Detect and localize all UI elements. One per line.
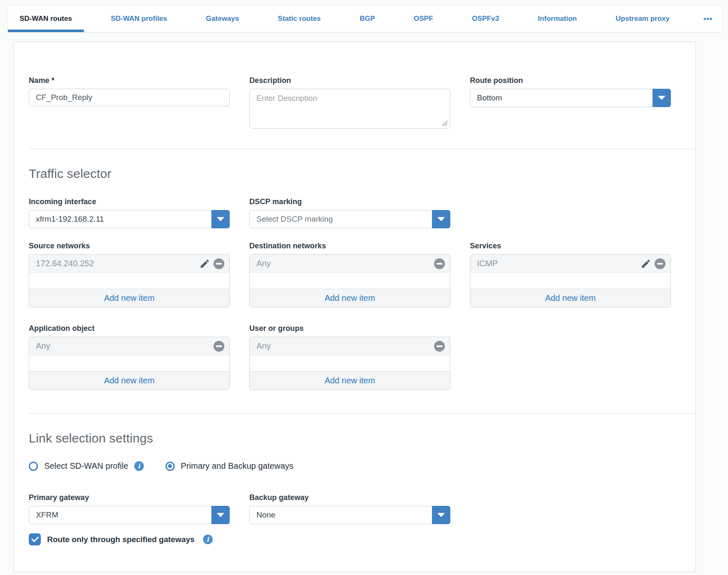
- remove-icon[interactable]: [655, 258, 665, 269]
- resize-grip-icon[interactable]: [442, 120, 448, 126]
- sdwan-route-editor-page: SD-WAN routes SD-WAN profiles Gateways S…: [0, 5, 728, 575]
- user-or-groups-listbox: Any Add new item: [249, 337, 450, 390]
- backup-gateway-dropdown[interactable]: None: [249, 506, 450, 524]
- primary-backup-gateways-option[interactable]: Primary and Backup gateways: [166, 461, 294, 471]
- tab-bgp[interactable]: BGP: [348, 5, 387, 32]
- services-listbox: ICMP Add new item: [470, 254, 671, 308]
- chevron-down-icon[interactable]: [432, 210, 450, 228]
- route-only-checkbox-label: Route only through specified gateways: [47, 535, 195, 544]
- add-new-item-button[interactable]: Add new item: [29, 371, 229, 390]
- remove-icon[interactable]: [434, 341, 445, 352]
- link-selection-radio-group: Select SD-WAN profile i Primary and Back…: [29, 461, 695, 471]
- listbox-empty-area: [29, 273, 229, 289]
- radio-selected-icon[interactable]: [166, 462, 175, 471]
- tab-bar: SD-WAN routes SD-WAN profiles Gateways S…: [8, 5, 723, 32]
- dscp-marking-field: DSCP marking Select DSCP marking: [249, 198, 450, 228]
- primary-gateway-value: XFRM: [36, 510, 58, 520]
- listbox-empty-area: [250, 273, 450, 289]
- tab-sdwan-routes[interactable]: SD-WAN routes: [8, 5, 84, 32]
- application-object-listbox: Any Add new item: [29, 337, 230, 390]
- application-object-label: Application object: [29, 324, 230, 333]
- remove-icon[interactable]: [213, 258, 224, 269]
- section-divider: [29, 413, 695, 414]
- source-networks-label: Source networks: [29, 242, 230, 250]
- route-only-row: Route only through specified gateways i: [29, 533, 695, 545]
- radio-unselected-icon[interactable]: [29, 462, 38, 471]
- chevron-down-icon[interactable]: [432, 506, 450, 524]
- source-networks-listbox: 172.64.240.252 Add new item: [29, 254, 230, 308]
- tab-static-routes[interactable]: Static routes: [266, 5, 332, 32]
- services-label: Services: [470, 242, 671, 250]
- name-label: Name *: [29, 76, 230, 85]
- application-object-field: Application object Any Add new item: [29, 324, 230, 390]
- general-fields-row: Name * Description Route position Bottom: [29, 76, 671, 130]
- more-tabs-button[interactable]: •••: [697, 5, 723, 32]
- list-item: 172.64.240.252: [29, 255, 229, 273]
- destination-networks-label: Destination networks: [249, 242, 450, 250]
- list-item: Any: [29, 337, 229, 355]
- route-only-checkbox[interactable]: [29, 533, 41, 545]
- traffic-selector-heading: Traffic selector: [29, 167, 695, 181]
- route-position-label: Route position: [470, 76, 671, 85]
- list-item-text: Any: [36, 341, 213, 351]
- tab-ospfv3[interactable]: OSPFv3: [460, 5, 511, 32]
- backup-gateway-label: Backup gateway: [249, 493, 450, 502]
- list-item: Any: [250, 337, 450, 355]
- incoming-interface-field: Incoming interface xfrm1-192.168.2.11: [29, 198, 230, 228]
- remove-icon[interactable]: [434, 258, 445, 269]
- link-selection-settings-heading: Link selection settings: [29, 431, 695, 445]
- route-position-value: Bottom: [477, 93, 502, 102]
- chevron-down-icon[interactable]: [211, 210, 230, 228]
- route-position-field: Route position Bottom: [470, 76, 671, 107]
- incoming-interface-dropdown[interactable]: xfrm1-192.168.2.11: [29, 210, 230, 228]
- networks-services-row: Source networks 172.64.240.252 Add new i…: [29, 242, 671, 308]
- info-icon[interactable]: i: [134, 461, 144, 471]
- destination-networks-field: Destination networks Any Add new item: [249, 242, 450, 308]
- incoming-interface-label: Incoming interface: [29, 198, 230, 206]
- description-field: Description: [249, 76, 450, 130]
- description-textarea[interactable]: [249, 89, 450, 129]
- tab-upstream-proxy[interactable]: Upstream proxy: [604, 5, 681, 32]
- backup-gateway-field: Backup gateway None: [249, 493, 450, 524]
- name-input[interactable]: [29, 89, 230, 106]
- info-icon[interactable]: i: [203, 535, 213, 544]
- dscp-marking-label: DSCP marking: [249, 198, 450, 206]
- primary-gateway-dropdown[interactable]: XFRM: [29, 506, 230, 524]
- backup-gateway-value: None: [256, 510, 275, 520]
- list-item-text: Any: [256, 341, 434, 351]
- dscp-marking-dropdown[interactable]: Select DSCP marking: [249, 210, 450, 228]
- list-item: ICMP: [470, 255, 670, 273]
- gateways-row: Primary gateway XFRM Backup gateway None: [29, 493, 671, 524]
- route-form-card: Name * Description Route position Bottom: [13, 42, 696, 572]
- primary-gateway-label: Primary gateway: [29, 493, 230, 502]
- tab-ospf[interactable]: OSPF: [402, 5, 444, 32]
- chevron-down-icon[interactable]: [653, 89, 671, 107]
- list-item: Any: [250, 255, 450, 273]
- add-new-item-button[interactable]: Add new item: [470, 289, 670, 307]
- listbox-empty-area: [470, 273, 670, 289]
- edit-icon[interactable]: [640, 258, 651, 269]
- list-item-text: ICMP: [477, 259, 640, 268]
- primary-gateway-field: Primary gateway XFRM: [29, 493, 230, 524]
- services-field: Services ICMP Add new item: [470, 242, 671, 308]
- source-networks-field: Source networks 172.64.240.252 Add new i…: [29, 242, 230, 308]
- tab-information[interactable]: Information: [526, 5, 589, 32]
- user-or-groups-field: User or groups Any Add new item: [249, 324, 450, 390]
- add-new-item-button[interactable]: Add new item: [250, 289, 450, 307]
- remove-icon[interactable]: [213, 341, 224, 352]
- listbox-empty-area: [250, 355, 450, 371]
- tab-sdwan-profiles[interactable]: SD-WAN profiles: [99, 5, 179, 32]
- interface-dscp-row: Incoming interface xfrm1-192.168.2.11 DS…: [29, 198, 671, 228]
- edit-icon[interactable]: [199, 258, 210, 269]
- tab-gateways[interactable]: Gateways: [194, 5, 251, 32]
- application-users-row: Application object Any Add new item User…: [29, 324, 671, 390]
- route-position-dropdown[interactable]: Bottom: [470, 89, 671, 107]
- add-new-item-button[interactable]: Add new item: [29, 289, 229, 307]
- name-field: Name *: [29, 76, 230, 106]
- radio-option-label: Select SD-WAN profile: [44, 461, 128, 471]
- dscp-marking-placeholder: Select DSCP marking: [256, 215, 333, 224]
- listbox-empty-area: [29, 355, 229, 371]
- select-sdwan-profile-option[interactable]: Select SD-WAN profile: [29, 461, 128, 471]
- chevron-down-icon[interactable]: [211, 506, 230, 524]
- add-new-item-button[interactable]: Add new item: [250, 371, 450, 390]
